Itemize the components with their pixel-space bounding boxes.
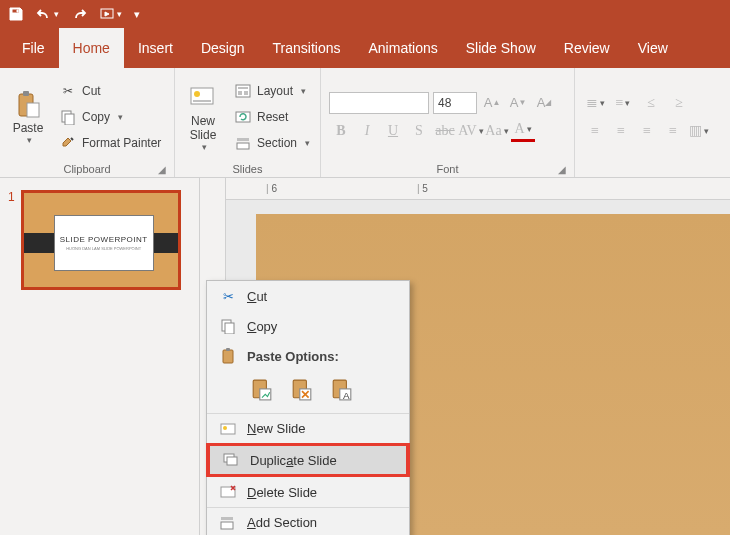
svg-rect-3	[27, 103, 39, 117]
columns-button[interactable]: ▥▾	[687, 120, 711, 142]
layout-label: Layout	[257, 84, 293, 98]
svg-rect-12	[244, 91, 248, 95]
svg-rect-5	[65, 114, 74, 125]
svg-rect-10	[238, 87, 248, 89]
svg-rect-15	[237, 143, 249, 149]
group-font: A▲ A▼ A◢ B I U S abc AV▾ Aa▾ A▾ Font ◢	[321, 68, 575, 177]
decrease-font-size-button[interactable]: A▼	[507, 92, 529, 114]
clear-formatting-button[interactable]: A◢	[533, 92, 555, 114]
align-left-button[interactable]: ≡	[583, 120, 607, 142]
svg-rect-32	[221, 517, 233, 520]
shadow-button[interactable]: S	[407, 120, 431, 142]
context-delete-slide[interactable]: Delete Slide	[207, 477, 409, 507]
context-duplicate-slide[interactable]: Duplicate Slide	[206, 443, 410, 477]
new-slide-label: New Slide	[190, 114, 217, 142]
decrease-indent-button[interactable]: ≤	[639, 92, 663, 114]
tab-animations[interactable]: Animations	[354, 28, 451, 68]
section-icon	[235, 135, 251, 151]
layout-button[interactable]: Layout ▾	[231, 80, 314, 102]
duplicate-slide-icon	[222, 451, 240, 469]
justify-button[interactable]: ≡	[661, 120, 685, 142]
align-right-button[interactable]: ≡	[635, 120, 659, 142]
context-menu: ✂ Cut Copy Paste Options: A New Slide	[206, 280, 410, 535]
paste-label: Paste	[13, 121, 44, 135]
start-from-beginning-icon[interactable]: ▾	[99, 6, 122, 22]
ruler-tick: 6	[266, 183, 277, 194]
tab-view[interactable]: View	[624, 28, 682, 68]
paintbrush-icon	[60, 135, 76, 151]
change-case-button[interactable]: Aa▾	[485, 120, 509, 142]
save-icon[interactable]	[8, 6, 24, 22]
context-cut[interactable]: ✂ Cut	[207, 281, 409, 311]
context-new-slide[interactable]: New Slide	[207, 413, 409, 443]
paste-use-destination-theme[interactable]	[247, 375, 277, 405]
italic-button[interactable]: I	[355, 120, 379, 142]
tab-slide-show[interactable]: Slide Show	[452, 28, 550, 68]
add-section-icon	[219, 514, 237, 532]
svg-rect-11	[238, 91, 242, 95]
section-button[interactable]: Section ▾	[231, 132, 314, 154]
bold-button[interactable]: B	[329, 120, 353, 142]
align-center-button[interactable]: ≡	[609, 120, 633, 142]
svg-point-7	[194, 91, 200, 97]
font-launcher-icon[interactable]: ◢	[558, 164, 566, 175]
reset-label: Reset	[257, 110, 288, 124]
svg-rect-19	[226, 348, 230, 351]
font-name-combobox[interactable]	[329, 92, 429, 114]
slide-thumbnail[interactable]: 1 SLIDE POWERPOINT HUONG DAN LAM SLIDE P…	[8, 190, 191, 290]
format-painter-button[interactable]: Format Painter	[56, 132, 165, 154]
clipboard-icon	[219, 347, 237, 365]
context-copy[interactable]: Copy	[207, 311, 409, 341]
slide-preview[interactable]: SLIDE POWERPOINT HUONG DAN LAM SLIDE POW…	[21, 190, 181, 290]
copy-button[interactable]: Copy ▾	[56, 106, 165, 128]
cut-button[interactable]: ✂ Cut	[56, 80, 165, 102]
tab-home[interactable]: Home	[59, 28, 124, 68]
clipboard-launcher-icon[interactable]: ◢	[158, 164, 166, 175]
tab-design[interactable]: Design	[187, 28, 259, 68]
font-group-label: Font ◢	[329, 161, 566, 175]
delete-slide-icon	[219, 483, 237, 501]
character-spacing-button[interactable]: AV▾	[459, 120, 483, 142]
group-paragraph: ≣▾ ≡▾ ≤ ≥ ≡ ≡ ≡ ≡ ▥▾	[575, 68, 730, 177]
qat-customize-icon[interactable]: ▾	[134, 8, 140, 21]
tab-file[interactable]: File	[8, 28, 59, 68]
bullets-button[interactable]: ≣▾	[583, 92, 607, 114]
reset-button[interactable]: Reset	[231, 106, 314, 128]
slide-subtitle-text: HUONG DAN LAM SLIDE POWERPOINT	[66, 246, 141, 251]
paste-keep-source-formatting[interactable]	[287, 375, 317, 405]
format-painter-label: Format Painter	[82, 136, 161, 150]
svg-rect-27	[221, 424, 235, 434]
svg-point-28	[223, 426, 227, 430]
svg-rect-33	[221, 522, 233, 529]
paste-picture[interactable]: A	[327, 375, 357, 405]
font-color-button[interactable]: A▾	[511, 120, 535, 142]
paste-options-row: A	[207, 371, 409, 413]
redo-icon[interactable]	[71, 6, 87, 22]
reset-icon	[235, 109, 251, 125]
numbering-button[interactable]: ≡▾	[611, 92, 635, 114]
clipboard-paste-icon	[12, 89, 44, 121]
svg-rect-14	[237, 138, 249, 141]
copy-label: Copy	[82, 110, 110, 124]
scissors-icon: ✂	[219, 287, 237, 305]
cut-label: Cut	[82, 84, 101, 98]
slide-thumbnail-pane[interactable]: 1 SLIDE POWERPOINT HUONG DAN LAM SLIDE P…	[0, 178, 200, 535]
quick-access-toolbar: ▾ ▾ ▾	[0, 0, 730, 28]
svg-rect-30	[227, 457, 237, 465]
ruler-tick: 5	[417, 183, 428, 194]
ribbon-tabs: File Home Insert Design Transitions Anim…	[0, 28, 730, 68]
tab-transitions[interactable]: Transitions	[259, 28, 355, 68]
new-slide-button[interactable]: New Slide ▾	[183, 72, 223, 161]
paste-button[interactable]: Paste ▾	[8, 72, 48, 161]
tab-insert[interactable]: Insert	[124, 28, 187, 68]
ribbon: Paste ▾ ✂ Cut Copy ▾	[0, 68, 730, 178]
group-slides: New Slide ▾ Layout ▾ Reset	[175, 68, 321, 177]
tab-review[interactable]: Review	[550, 28, 624, 68]
increase-font-size-button[interactable]: A▲	[481, 92, 503, 114]
underline-button[interactable]: U	[381, 120, 405, 142]
font-size-combobox[interactable]	[433, 92, 477, 114]
strikethrough-button[interactable]: abc	[433, 120, 457, 142]
context-add-section[interactable]: Add Section	[207, 507, 409, 535]
increase-indent-button[interactable]: ≥	[667, 92, 691, 114]
undo-icon[interactable]: ▾	[36, 6, 59, 22]
